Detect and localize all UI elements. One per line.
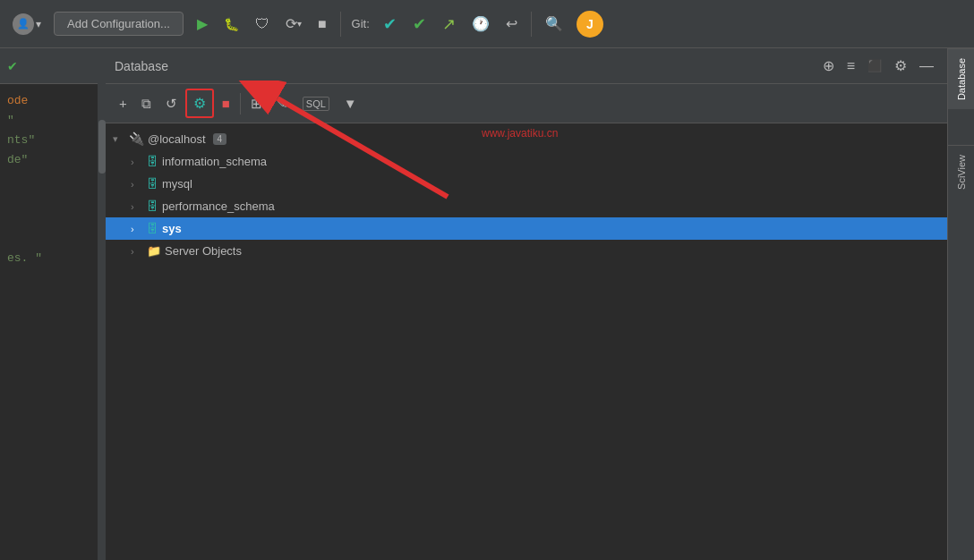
database-panel: Database ⊕ ≡ ⬛ ⚙ — www.javatiku.cn + ⧉ ↺ (106, 48, 947, 560)
debug-icon: 🐛 (224, 17, 239, 31)
root-badge: 4 (213, 133, 227, 145)
tree-item-performance-schema[interactable]: › 🗄 performance_schema (106, 195, 947, 217)
scrollbar-thumb[interactable] (98, 120, 106, 174)
avatar[interactable]: J (577, 11, 603, 38)
vertical-scrollbar[interactable] (98, 48, 106, 560)
sidebar-tab-database[interactable]: Database (948, 48, 974, 109)
sql-button[interactable]: SQL (296, 92, 336, 115)
git-push-icon: ↗ (442, 14, 456, 34)
filter-icon: ▼ (344, 96, 357, 111)
settings-icon[interactable]: ⚙ (890, 55, 911, 77)
top-toolbar: 👤 ▾ Add Configuration... ▶ 🐛 🛡 ⟳ ▾ ■ Git… (0, 0, 974, 48)
server-objects-chevron: › (131, 246, 143, 257)
user-dropdown-icon: ▾ (36, 18, 41, 30)
code-line-7 (4, 209, 94, 229)
git-revert-icon: ↩ (506, 15, 517, 32)
db-toolbar: + ⧉ ↺ ⚙ ■ ⊞ ✎ SQL (106, 84, 947, 123)
root-chevron: ▾ (113, 133, 125, 145)
minimize-icon[interactable]: — (915, 55, 938, 77)
properties-icon: ⚙ (193, 95, 206, 112)
sciview-tab-label: SciView (956, 155, 967, 190)
sql-icon: SQL (303, 97, 329, 111)
sidebar-divider (948, 109, 974, 145)
info-schema-chevron: › (131, 157, 143, 167)
db-panel-header: Database ⊕ ≡ ⬛ ⚙ — (106, 48, 947, 84)
code-panel: ✔ ode " nts" de" es. " (0, 48, 98, 560)
toolbar-separator-2 (531, 12, 532, 37)
coverage-button[interactable]: 🛡 (249, 12, 276, 37)
code-line-2: " (4, 111, 94, 131)
filter-icon[interactable]: ⬛ (863, 56, 886, 75)
sidebar-tab-sciview[interactable]: SciView (948, 145, 974, 199)
stop-session-button[interactable]: ■ (216, 91, 236, 115)
git-commit-button[interactable]: ✔ (406, 10, 432, 38)
edit-icon: ✎ (277, 96, 288, 112)
git-label: Git: (352, 17, 370, 30)
tree-root-item[interactable]: ▾ 🔌 @localhost 4 (106, 127, 947, 150)
refresh-button[interactable]: ↺ (159, 91, 184, 116)
server-objects-icon: 📁 (147, 244, 161, 258)
user-button[interactable]: 👤 ▾ (7, 10, 47, 38)
db-tree: ▾ 🔌 @localhost 4 › 🗄 information_schema … (106, 123, 947, 560)
perf-schema-label: performance_schema (162, 199, 275, 213)
edit-button[interactable]: ✎ (270, 91, 295, 116)
filter-button[interactable]: ▼ (337, 91, 363, 115)
user-icon: 👤 (13, 13, 34, 35)
stop-button[interactable]: ■ (312, 12, 333, 37)
profile-icon: ⟳ (286, 15, 297, 32)
code-line-6 (4, 190, 94, 209)
git-history-button[interactable]: 🕐 (466, 11, 496, 37)
code-line-4: de" (4, 150, 94, 170)
database-tab-label: Database (956, 58, 967, 100)
copy-button[interactable]: ⧉ (135, 91, 158, 116)
tree-item-information-schema[interactable]: › 🗄 information_schema (106, 150, 947, 173)
collapse-all-icon[interactable]: ≡ (842, 55, 859, 77)
search-icon: 🔍 (545, 15, 563, 32)
code-line-9: es. " (4, 249, 94, 268)
tree-item-mysql[interactable]: › 🗄 mysql (106, 173, 947, 195)
add-configuration-button[interactable]: Add Configuration... (54, 12, 184, 36)
db-panel-title: Database (115, 59, 168, 73)
checkmark-icon: ✔ (7, 59, 18, 73)
tree-item-sys[interactable]: › 🗄 sys (106, 217, 947, 240)
debug-button[interactable]: 🐛 (218, 13, 245, 36)
right-sidebar: Database SciView (947, 48, 974, 560)
search-button[interactable]: 🔍 (539, 11, 569, 37)
code-line-1: ode (4, 91, 94, 111)
add-config-label: Add Configuration... (67, 17, 170, 30)
stop-session-icon: ■ (222, 96, 230, 111)
localhost-icon: 🔌 (129, 132, 144, 146)
info-schema-icon: 🗄 (147, 155, 158, 168)
run-icon: ▶ (197, 15, 208, 32)
tree-item-server-objects[interactable]: › 📁 Server Objects (106, 240, 947, 262)
sys-icon: 🗄 (147, 222, 158, 235)
sys-chevron: › (131, 224, 143, 234)
avatar-letter: J (586, 17, 594, 31)
copy-icon: ⧉ (141, 96, 151, 112)
db-header-icons: ⊕ ≡ ⬛ ⚙ — (818, 55, 938, 77)
code-line-5 (4, 170, 94, 190)
open-table-button[interactable]: ⊞ (244, 91, 269, 116)
new-element-button[interactable]: + (113, 91, 133, 115)
git-history-icon: 🕐 (472, 15, 490, 32)
git-revert-button[interactable]: ↩ (500, 11, 524, 37)
profile-button[interactable]: ⟳ ▾ (279, 11, 308, 37)
code-line-3: nts" (4, 131, 94, 150)
properties-button[interactable]: ⚙ (185, 89, 214, 118)
plus-icon: + (119, 96, 127, 111)
info-schema-label: information_schema (162, 155, 267, 168)
git-update-icon: ✔ (383, 14, 397, 34)
git-update-button[interactable]: ✔ (377, 10, 403, 38)
stop-icon: ■ (318, 16, 327, 32)
sys-label: sys (162, 222, 182, 235)
mysql-chevron: › (131, 179, 143, 190)
run-button[interactable]: ▶ (191, 11, 214, 37)
perf-schema-chevron: › (131, 201, 143, 212)
main-area: ✔ ode " nts" de" es. " Database ⊕ ≡ ⬛ ⚙ (0, 48, 974, 560)
server-objects-label: Server Objects (165, 244, 242, 258)
git-push-button[interactable]: ↗ (436, 10, 462, 38)
add-datasource-icon[interactable]: ⊕ (818, 55, 839, 77)
profile-dropdown: ▾ (297, 19, 302, 29)
code-line-8 (4, 229, 94, 249)
mysql-label: mysql (162, 177, 192, 191)
